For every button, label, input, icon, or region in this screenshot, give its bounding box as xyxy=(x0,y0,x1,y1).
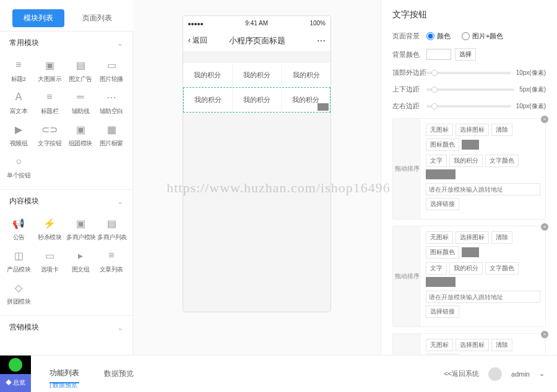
text-color-swatch[interactable] xyxy=(426,169,456,179)
url-input[interactable] xyxy=(426,291,540,303)
section-common-title: 常用模块 xyxy=(9,38,39,48)
mod-product[interactable]: ◫产品模块 xyxy=(4,248,33,274)
tab-page-list[interactable]: 页面列表 xyxy=(71,9,123,27)
mod-tabs[interactable]: ▭选项卡 xyxy=(35,248,64,274)
horiz-margin-value: 10px(像素) xyxy=(516,102,546,111)
mod-seckill[interactable]: ⚡秒杀模块 xyxy=(35,216,64,242)
choose-icon-btn[interactable]: 选择图标 xyxy=(456,231,489,244)
clear-btn[interactable]: 清除 xyxy=(491,124,512,136)
text-value[interactable]: 我的积分 xyxy=(449,262,483,275)
no-icon-btn[interactable]: 无图标 xyxy=(426,231,453,244)
clear-btn[interactable]: 清除 xyxy=(491,231,512,244)
mod-richtext[interactable]: A富文本 xyxy=(4,90,33,116)
left-panel: 常用模块 ⌄ ≡标题2 ▣大图展示 ▤图文广告 ▭图片轮播 A富文本 ≡标题栏 … xyxy=(0,31,133,355)
text-value[interactable]: 我的积分 xyxy=(449,155,483,167)
chevron-down-icon: ⌄ xyxy=(117,39,123,48)
sort-block-2: × 拖动排序 无图标 选择图标 清除 图标颜色 文字 我的积分 文字颜色 选择链… xyxy=(392,226,546,327)
sort-block-3: × 拖动排序 无图标 选择图标 清除 图标颜色 文字 我的积分 文字颜色 选择链… xyxy=(392,333,546,355)
mod-divider[interactable]: ═辅助线 xyxy=(66,90,95,116)
preview-area: 9:41 AM 100% ‹ 返回 小程序页面标题 ⋯ 我的积分 我的积分 我的… xyxy=(133,0,381,355)
btn-cell[interactable]: 我的积分 xyxy=(282,88,330,112)
btn-cell[interactable]: 我的积分 xyxy=(184,88,233,112)
bottom-sub-link[interactable]: | 数据预览 xyxy=(50,381,77,390)
no-icon-btn[interactable]: 无图标 xyxy=(426,124,453,136)
text-color-label: 文字颜色 xyxy=(485,262,519,275)
close-icon[interactable]: × xyxy=(541,116,548,123)
tab-module-list[interactable]: 模块列表 xyxy=(12,9,64,27)
mod-carousel[interactable]: ▭图片轮播 xyxy=(97,58,126,83)
mod-titlebar[interactable]: ≡标题栏 xyxy=(35,90,64,116)
mod-article-list[interactable]: ≡文章列表 xyxy=(97,248,126,274)
clear-btn[interactable]: 清除 xyxy=(491,339,512,351)
nav-bar: ‹ 返回 小程序页面标题 ⋯ xyxy=(183,30,330,52)
text-label: 文字 xyxy=(426,155,447,167)
choose-link-btn[interactable]: 选择链接 xyxy=(426,198,459,210)
horiz-margin-slider[interactable] xyxy=(426,105,511,108)
choose-icon-btn[interactable]: 选择图标 xyxy=(456,339,489,351)
mod-multistore[interactable]: ▣多商户模块 xyxy=(66,216,95,242)
chevron-down-icon: ⌄ xyxy=(117,323,123,332)
bgcolor-select-btn[interactable]: 选择 xyxy=(455,48,476,61)
mod-bigimage[interactable]: ▣大图展示 xyxy=(35,58,64,83)
btn-cell[interactable]: 我的积分 xyxy=(183,63,233,87)
top-margin-slider[interactable] xyxy=(426,72,511,74)
url-input[interactable] xyxy=(426,183,540,195)
button-row-2-selected[interactable]: 我的积分 我的积分 我的积分 xyxy=(183,87,330,113)
icon-color-swatch[interactable] xyxy=(462,140,479,150)
mod-single-btn[interactable]: ○单个按钮 xyxy=(4,154,33,180)
bg-radio-color[interactable] xyxy=(426,32,434,40)
bottom-bar: ◆ 总览 功能列表 数据预览 <<返回系统 admin ⌄ | 数据预览 xyxy=(0,355,557,392)
btn-cell[interactable]: 我的积分 xyxy=(233,88,282,112)
wechat-mp-icon[interactable] xyxy=(0,356,31,374)
top-margin-label: 顶部外边距 xyxy=(392,68,426,77)
mod-notice[interactable]: 📢公告 xyxy=(4,216,33,242)
text-color-label: 文字颜色 xyxy=(485,155,519,167)
nav-back[interactable]: ‹ 返回 xyxy=(188,35,207,46)
button-row-1[interactable]: 我的积分 我的积分 我的积分 xyxy=(183,63,330,87)
mod-multistore-list[interactable]: ▤多商户列表 xyxy=(97,216,126,242)
chevron-down-icon: ⌄ xyxy=(117,197,123,206)
btn-cell[interactable]: 我的积分 xyxy=(233,63,282,87)
choose-icon-btn[interactable]: 选择图标 xyxy=(456,124,489,136)
drag-handle[interactable]: 拖动排序 xyxy=(393,226,421,326)
mod-spacer[interactable]: ⋯辅助空白 xyxy=(97,90,126,116)
mod-showcase[interactable]: ▦图片橱窗 xyxy=(97,122,126,148)
mod-text-button[interactable]: ⊂⊃文字按钮 xyxy=(35,122,64,148)
admin-name[interactable]: admin xyxy=(511,370,530,378)
close-icon[interactable]: × xyxy=(541,223,548,231)
right-panel: 文字按钮 页面背景 颜色 图片+颜色 背景颜色 选择 顶部外边距 10px(像素… xyxy=(381,0,557,355)
choose-link-btn[interactable]: 选择链接 xyxy=(426,305,459,318)
status-bar: 9:41 AM 100% xyxy=(183,16,330,30)
tab-data-preview[interactable]: 数据预览 xyxy=(104,365,134,383)
text-color-swatch[interactable] xyxy=(426,277,456,287)
overview-icon[interactable]: ◆ 总览 xyxy=(0,374,31,393)
section-common-header[interactable]: 常用模块 ⌄ xyxy=(0,32,132,54)
bgcolor-label: 背景颜色 xyxy=(392,50,426,59)
icon-color-swatch[interactable] xyxy=(462,247,479,257)
icon-color-label: 图标颜色 xyxy=(426,246,459,258)
bg-radio-image[interactable] xyxy=(462,32,470,40)
vert-margin-label: 上下边距 xyxy=(392,85,426,94)
mod-video[interactable]: ▶视频组 xyxy=(4,122,33,148)
mod-imgtext[interactable]: ▸图文组 xyxy=(66,248,95,274)
more-icon[interactable]: ⋯ xyxy=(317,36,326,46)
avatar[interactable] xyxy=(488,367,502,381)
section-content-header[interactable]: 内容模块 ⌄ xyxy=(0,190,132,213)
drag-handle[interactable]: 拖动排序 xyxy=(393,334,421,355)
no-icon-btn[interactable]: 无图标 xyxy=(426,339,453,351)
chevron-down-icon[interactable]: ⌄ xyxy=(539,370,545,378)
icon-color-label: 图标颜色 xyxy=(426,138,459,151)
mod-title2[interactable]: ≡标题2 xyxy=(4,58,33,83)
section-marketing-header[interactable]: 营销模块 ⌄ xyxy=(0,316,132,339)
bgcolor-input[interactable] xyxy=(426,49,451,60)
mod-imgtext-ad[interactable]: ▤图文广告 xyxy=(66,58,95,83)
mod-groupbuy[interactable]: ◇拼团模块 xyxy=(4,280,33,306)
close-icon[interactable]: × xyxy=(541,331,548,338)
section-marketing-title: 营销模块 xyxy=(9,322,39,333)
drag-handle[interactable]: 拖动排序 xyxy=(393,119,421,219)
btn-cell[interactable]: 我的积分 xyxy=(282,63,330,87)
vert-margin-slider[interactable] xyxy=(426,88,514,91)
horiz-margin-label: 左右边距 xyxy=(392,101,426,111)
mod-group[interactable]: ▣组团模块 xyxy=(66,122,95,148)
back-to-system[interactable]: <<返回系统 xyxy=(444,369,479,378)
